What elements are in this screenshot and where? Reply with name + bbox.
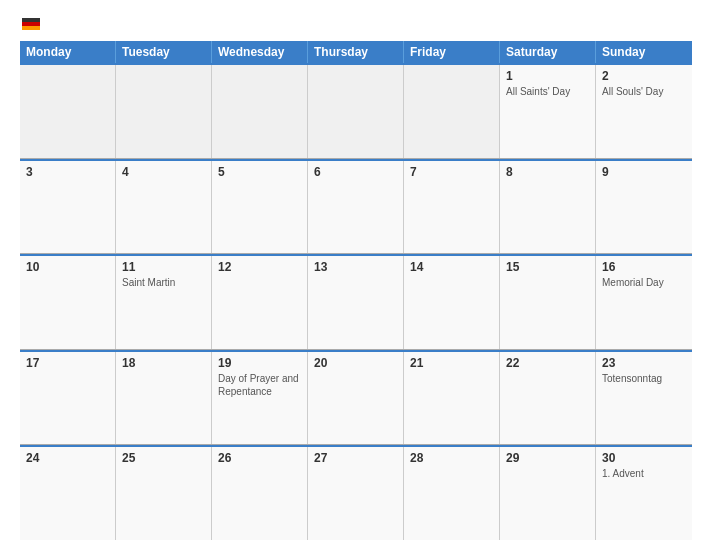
day-number: 24 — [26, 451, 109, 465]
weekday-header-tuesday: Tuesday — [116, 41, 212, 63]
calendar-cell: 14 — [404, 256, 500, 349]
calendar-header: MondayTuesdayWednesdayThursdayFridaySatu… — [20, 41, 692, 63]
calendar-cell: 15 — [500, 256, 596, 349]
weekday-header-wednesday: Wednesday — [212, 41, 308, 63]
day-number: 26 — [218, 451, 301, 465]
calendar-cell: 9 — [596, 161, 692, 254]
weekday-header-friday: Friday — [404, 41, 500, 63]
header — [20, 15, 692, 31]
calendar-cell: 6 — [308, 161, 404, 254]
calendar-cell: 16Memorial Day — [596, 256, 692, 349]
day-event: 1. Advent — [602, 467, 686, 480]
day-event: Memorial Day — [602, 276, 686, 289]
day-number: 29 — [506, 451, 589, 465]
logo-flag-icon — [22, 18, 40, 30]
calendar-cell: 19Day of Prayer and Repentance — [212, 352, 308, 445]
calendar-cell: 1All Saints' Day — [500, 65, 596, 158]
weekday-header-sunday: Sunday — [596, 41, 692, 63]
logo — [20, 15, 40, 31]
calendar-cell — [308, 65, 404, 158]
day-number: 20 — [314, 356, 397, 370]
calendar-cell — [404, 65, 500, 158]
calendar-cell: 301. Advent — [596, 447, 692, 540]
day-event: Totensonntag — [602, 372, 686, 385]
calendar-cell: 11Saint Martin — [116, 256, 212, 349]
calendar-page: MondayTuesdayWednesdayThursdayFridaySatu… — [0, 0, 712, 550]
weekday-header-thursday: Thursday — [308, 41, 404, 63]
day-number: 3 — [26, 165, 109, 179]
day-number: 9 — [602, 165, 686, 179]
logo-text — [20, 15, 40, 31]
day-number: 22 — [506, 356, 589, 370]
calendar-cell: 5 — [212, 161, 308, 254]
day-number: 5 — [218, 165, 301, 179]
calendar-cell: 25 — [116, 447, 212, 540]
day-event: Day of Prayer and Repentance — [218, 372, 301, 398]
day-number: 15 — [506, 260, 589, 274]
calendar-body: 1All Saints' Day2All Souls' Day345678910… — [20, 63, 692, 540]
calendar-cell: 26 — [212, 447, 308, 540]
day-number: 30 — [602, 451, 686, 465]
day-number: 25 — [122, 451, 205, 465]
day-number: 16 — [602, 260, 686, 274]
weekday-header-monday: Monday — [20, 41, 116, 63]
day-number: 4 — [122, 165, 205, 179]
day-number: 13 — [314, 260, 397, 274]
weekday-header-saturday: Saturday — [500, 41, 596, 63]
calendar-cell: 8 — [500, 161, 596, 254]
calendar-cell: 12 — [212, 256, 308, 349]
calendar-cell: 7 — [404, 161, 500, 254]
calendar-cell: 4 — [116, 161, 212, 254]
calendar-cell: 17 — [20, 352, 116, 445]
day-number: 18 — [122, 356, 205, 370]
calendar-cell: 24 — [20, 447, 116, 540]
day-event: All Saints' Day — [506, 85, 589, 98]
day-number: 12 — [218, 260, 301, 274]
calendar-cell: 2All Souls' Day — [596, 65, 692, 158]
calendar-cell: 10 — [20, 256, 116, 349]
day-number: 1 — [506, 69, 589, 83]
calendar-cell — [212, 65, 308, 158]
day-number: 2 — [602, 69, 686, 83]
calendar-cell: 27 — [308, 447, 404, 540]
day-number: 28 — [410, 451, 493, 465]
day-number: 10 — [26, 260, 109, 274]
day-event: Saint Martin — [122, 276, 205, 289]
calendar-cell: 29 — [500, 447, 596, 540]
calendar: MondayTuesdayWednesdayThursdayFridaySatu… — [20, 41, 692, 540]
day-number: 23 — [602, 356, 686, 370]
calendar-row-3: 1011Saint Martin1213141516Memorial Day — [20, 254, 692, 350]
calendar-cell: 20 — [308, 352, 404, 445]
calendar-row-4: 171819Day of Prayer and Repentance202122… — [20, 350, 692, 446]
day-number: 27 — [314, 451, 397, 465]
calendar-cell: 3 — [20, 161, 116, 254]
day-number: 7 — [410, 165, 493, 179]
day-number: 8 — [506, 165, 589, 179]
day-event: All Souls' Day — [602, 85, 686, 98]
day-number: 19 — [218, 356, 301, 370]
calendar-cell: 28 — [404, 447, 500, 540]
calendar-row-2: 3456789 — [20, 159, 692, 255]
calendar-row-1: 1All Saints' Day2All Souls' Day — [20, 63, 692, 159]
day-number: 17 — [26, 356, 109, 370]
day-number: 6 — [314, 165, 397, 179]
calendar-cell — [20, 65, 116, 158]
day-number: 14 — [410, 260, 493, 274]
calendar-cell: 21 — [404, 352, 500, 445]
calendar-cell — [116, 65, 212, 158]
day-number: 21 — [410, 356, 493, 370]
calendar-cell: 18 — [116, 352, 212, 445]
calendar-cell: 13 — [308, 256, 404, 349]
calendar-cell: 22 — [500, 352, 596, 445]
day-number: 11 — [122, 260, 205, 274]
calendar-row-5: 242526272829301. Advent — [20, 445, 692, 540]
calendar-cell: 23Totensonntag — [596, 352, 692, 445]
